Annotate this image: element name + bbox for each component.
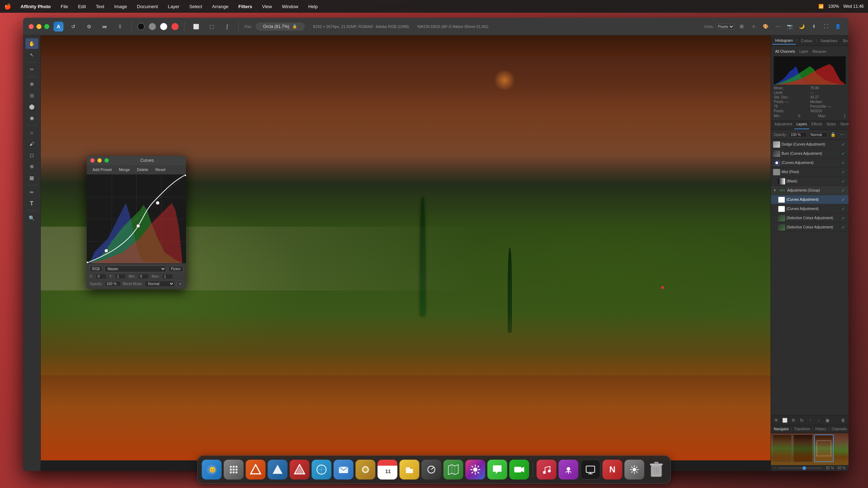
adj-tab-styles[interactable]: Styles [824,121,838,129]
layer-check-mask[interactable]: ✓ [841,179,846,184]
lock-layer-btn[interactable]: 🔒 [829,131,836,138]
layer-burn[interactable]: Burn (Curves Adjustment) ✓ [771,149,849,158]
persona-develop[interactable]: 🌙 [797,22,807,31]
dock-news-icon[interactable]: N [603,460,622,480]
tab-swatches[interactable]: Swatches [818,37,840,44]
reset-button[interactable]: Reset [152,166,168,173]
layer-mask-btn[interactable]: ⬜ [781,416,789,424]
dock-music-icon[interactable] [537,460,557,480]
doc-title[interactable]: Orcia (81.7%) 🔒 [256,23,305,30]
layer-check-curves-2[interactable]: ✓ [841,206,846,211]
layer-delete-btn[interactable]: 🗑 [839,416,847,424]
marquee-ellipse[interactable]: ⬚ [206,22,217,32]
menu-select[interactable]: Select [187,3,204,10]
layer-move-down[interactable]: ↓ [815,416,823,424]
adj-tab-adjustment[interactable]: Adjustment [772,121,794,129]
y-input[interactable] [115,274,126,279]
color-red[interactable] [171,23,179,30]
zoom-minus-btn[interactable]: − [774,466,776,470]
tool-vector[interactable]: ✏ [26,187,38,198]
units-select[interactable]: Pixels [716,24,734,29]
layer-dodge[interactable]: Dodge (Curves Adjustment) ✓ [771,140,849,149]
dock-finder-icon[interactable]: 😊 [202,460,222,480]
layer-check-sel-1[interactable]: ✓ [841,216,846,221]
dock-mail-icon[interactable] [334,460,354,480]
opacity-value[interactable]: 100 % [789,132,807,137]
color-white[interactable] [160,23,167,30]
menu-filters[interactable]: Filters [236,3,254,10]
layer-curves-1[interactable]: ⬟ (Curves Adjustment) ✓ [771,158,849,168]
more-options[interactable]: ⋯ [773,22,783,31]
dock-affinity-pub-icon[interactable] [246,460,266,480]
curves-opacity-input[interactable] [105,281,121,286]
dock-messages-icon[interactable] [487,460,507,480]
persona-photo[interactable]: 📷 [785,22,795,31]
curves-blend-select[interactable]: Normal [145,281,175,287]
tool-patch[interactable]: ◎ [26,90,38,101]
dock-dashboard-icon[interactable] [422,460,441,480]
dock-launchpad-icon[interactable] [224,460,244,480]
persona-export[interactable]: ⬆ [809,22,819,31]
layer-check-curves-sel[interactable]: ✓ [841,197,846,202]
color-black[interactable] [137,23,145,30]
tool-brush[interactable]: 🖌 [26,138,38,149]
curves-zoom[interactable] [105,158,109,163]
dock-files-icon[interactable] [400,460,419,480]
menu-edit[interactable]: Edit [76,3,88,10]
tool-pointer[interactable]: ↖ [26,50,38,60]
curves-graph[interactable] [87,175,186,263]
tab-histogram[interactable]: Histogram [772,37,796,45]
menu-view[interactable]: View [260,3,274,10]
layer-adjustments-group[interactable]: ▼ ADJ Adjustments (Group) ✓ [771,186,849,195]
dock-amber-icon[interactable] [356,460,376,480]
delete-button[interactable]: Delete [134,166,151,173]
nav-tab-navigator[interactable]: Navigator [774,427,789,431]
nav-tab-channels[interactable]: Channels [832,427,846,431]
prev-button[interactable]: ⏮ [99,22,110,32]
color-picker-btn[interactable]: 🎨 [761,22,771,31]
tool-gradient[interactable]: ▦ [26,172,38,183]
navigator-preview[interactable] [771,433,849,465]
layer-check-dodge[interactable]: ✓ [841,142,846,147]
x-input[interactable] [96,274,106,279]
dock-safari-icon[interactable] [312,460,332,480]
hist-tab-marquee[interactable]: Marquee [811,49,828,54]
maximize-button[interactable] [44,24,49,29]
menu-text[interactable]: Text [94,3,107,10]
dock-trash-icon[interactable] [647,460,666,480]
menu-arrange[interactable]: Arrange [210,3,230,10]
dock-sysprefs-icon[interactable] [625,460,644,480]
layer-mask[interactable]: (Mask) ✓ [771,177,849,186]
adj-tab-effects[interactable]: Effects [809,121,824,129]
adj-tab-stock[interactable]: Stock [838,121,849,129]
layer-group-btn[interactable]: ▣ [823,416,831,424]
zoom-handle[interactable] [802,466,806,470]
dock-affinity-photo-icon[interactable] [268,460,288,480]
layer-check-curves-1[interactable]: ✓ [841,160,846,165]
merge-button[interactable]: Merge [116,166,133,173]
blend-mode-value[interactable]: Normal [809,132,827,137]
add-preset-button[interactable]: Add Preset [90,166,114,173]
layer-visibility-btn[interactable]: 👁 [772,416,780,424]
max-input[interactable] [162,274,173,279]
tool-dodge[interactable]: ☼ [26,127,38,138]
redo-button[interactable]: ⚙ [83,22,95,32]
canvas-area[interactable]: Curves Add Preset Merge Delete Reset [41,35,771,471]
marquee-rect[interactable]: ⬜ [190,22,202,32]
layer-curves-2[interactable]: (Curves Adjustment) ✓ [771,204,849,214]
undo-button[interactable]: ↺ [68,22,79,32]
grid-view[interactable]: ⊞ [737,22,746,31]
share-button[interactable]: ⇪ [114,22,126,32]
layer-check-group[interactable]: ✓ [841,188,846,193]
tool-clone[interactable]: ⊗ [26,161,38,172]
menu-layer[interactable]: Layer [166,3,182,10]
tool-healing[interactable]: ⊕ [26,79,38,89]
menu-app-name[interactable]: Affinity Photo [18,3,53,10]
color-gray[interactable] [149,23,156,30]
tool-zoom[interactable]: 🔍 [26,213,38,223]
close-button[interactable] [29,24,34,29]
marquee-freehand[interactable]: ʃ [221,22,233,32]
channel-label[interactable]: RGB [90,266,102,272]
layer-mist[interactable]: Mist (Pixel) ✓ [771,168,849,177]
account[interactable]: 👤 [833,22,843,31]
